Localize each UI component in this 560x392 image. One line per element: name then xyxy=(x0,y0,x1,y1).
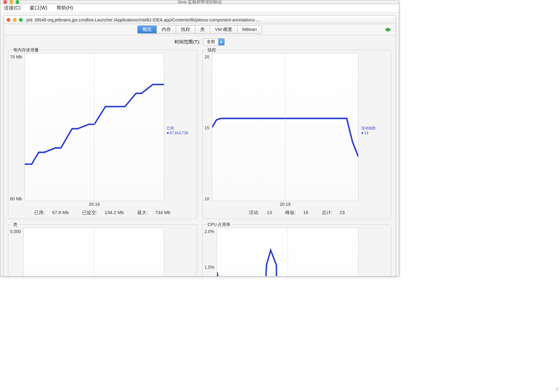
main-window: Java 监视和管理控制台 连接(C) 窗口(W) 帮助(H) pid: 395… xyxy=(0,0,399,276)
classes-plot xyxy=(23,228,164,276)
cpu-series-label: CPU 占用率 0.0% xyxy=(359,228,389,276)
heap-x-axis: 20:19 xyxy=(24,201,164,207)
y-tick: 20 xyxy=(204,54,209,59)
time-range-select[interactable]: 全部 xyxy=(203,38,225,46)
panel-heap: 堆内存使用量 70 Mb 60 Mb xyxy=(8,50,197,219)
tab-mbean[interactable]: MBean xyxy=(238,26,262,33)
panel-cpu-title: CPU 占用率 xyxy=(206,222,232,227)
close-icon[interactable] xyxy=(7,18,10,22)
y-tick: 10 xyxy=(204,196,209,201)
connection-window: pid: 39548 org.jetbrains.jps.cmdline.Lau… xyxy=(3,15,396,276)
panel-heap-title: 堆内存使用量 xyxy=(12,47,40,53)
tab-memory[interactable]: 内存 xyxy=(157,26,176,33)
series-name: 已用 xyxy=(167,126,195,131)
tab-threads[interactable]: 线程 xyxy=(176,26,195,33)
menu-window[interactable]: 窗口(W) xyxy=(28,4,49,12)
series-value: 13 xyxy=(364,131,368,135)
heap-series-label: 已用 67,914,736 xyxy=(164,53,195,207)
connection-title: pid: 39548 org.jetbrains.jps.cmdline.Lau… xyxy=(23,17,396,22)
inner-titlebar: pid: 39548 org.jetbrains.jps.cmdline.Lau… xyxy=(4,16,396,24)
threads-footer: 活动: 13 峰值: 16 总计: 23 xyxy=(204,207,389,217)
cpu-plot xyxy=(217,228,359,276)
threads-x-axis: 20:19 xyxy=(212,201,359,207)
menubar: 连接(C) 窗口(W) 帮助(H) xyxy=(0,4,399,12)
panel-threads-title: 线程 xyxy=(206,47,217,53)
outer-titlebar: Java 监视和管理控制台 xyxy=(0,0,399,4)
menu-help[interactable]: 帮助(H) xyxy=(55,4,75,12)
cpu-chart[interactable]: 2.0% 1.5% 1.0% 0.5% 0.0% xyxy=(204,228,389,276)
heap-y-axis: 70 Mb 60 Mb xyxy=(10,53,24,207)
series-name: 活动线程 xyxy=(361,126,389,131)
panel-classes: 类 5,000 4,000 xyxy=(8,224,197,276)
series-value: 67,914,736 xyxy=(170,131,188,135)
connection-status-icon[interactable] xyxy=(385,27,391,32)
y-tick: 1.5% xyxy=(204,265,214,270)
y-tick: 2.0% xyxy=(204,229,214,234)
time-range-row: 时间范围(T): 全部 xyxy=(4,35,396,50)
classes-y-axis: 5,000 4,000 xyxy=(10,228,23,276)
panel-classes-title: 类 xyxy=(12,222,19,227)
heap-plot xyxy=(24,53,164,201)
time-range-value: 全部 xyxy=(204,39,218,45)
heap-footer: 已用: 67.9 Mb 已提交: 134.2 Mb 最大: 734 Mb xyxy=(10,207,195,217)
tab-vm-summary[interactable]: VM 概要 xyxy=(210,26,238,33)
threads-y-axis: 20 15 10 xyxy=(204,53,212,207)
tab-classes[interactable]: 类 xyxy=(195,26,210,33)
tabs: 概览 内存 线程 类 VM 概要 MBean xyxy=(137,25,262,34)
cpu-y-axis: 2.0% 1.5% 1.0% 0.5% 0.0% xyxy=(204,228,217,276)
panel-threads: 线程 20 15 10 xyxy=(202,50,391,219)
y-tick: 5,000 xyxy=(10,229,21,234)
menu-connect[interactable]: 连接(C) xyxy=(2,4,22,12)
heap-chart[interactable]: 70 Mb 60 Mb 20:19 xyxy=(10,53,195,207)
tab-overview[interactable]: 概览 xyxy=(138,26,157,33)
tabbar: 概览 内存 线程 类 VM 概要 MBean xyxy=(4,24,396,35)
classes-chart[interactable]: 5,000 4,000 20:19 xyxy=(10,228,195,276)
threads-plot xyxy=(212,53,359,201)
zoom-icon[interactable] xyxy=(19,18,23,22)
triangle-left-icon xyxy=(361,132,363,134)
time-range-label: 时间范围(T): xyxy=(175,39,200,45)
window-title: Java 监视和管理控制台 xyxy=(0,0,399,5)
y-tick: 15 xyxy=(204,125,209,130)
select-arrows-icon xyxy=(218,39,224,45)
panel-cpu: CPU 占用率 2.0% 1.5% 1.0% 0.5% 0.0% xyxy=(202,224,391,276)
inner-traffic-lights xyxy=(4,18,23,22)
y-tick: 70 Mb xyxy=(10,54,22,59)
classes-series-label: 已加载 4,617 xyxy=(164,228,195,276)
triangle-left-icon xyxy=(167,132,168,134)
threads-chart[interactable]: 20 15 10 20:19 xyxy=(204,53,389,207)
minimize-icon[interactable] xyxy=(13,18,17,22)
threads-series-label: 活动线程 13 xyxy=(359,53,389,207)
inner-wrap: pid: 39548 org.jetbrains.jps.cmdline.Lau… xyxy=(0,12,399,276)
svg-rect-1 xyxy=(385,29,391,30)
charts-grid: 堆内存使用量 70 Mb 60 Mb xyxy=(4,50,396,276)
y-tick: 60 Mb xyxy=(10,196,22,201)
